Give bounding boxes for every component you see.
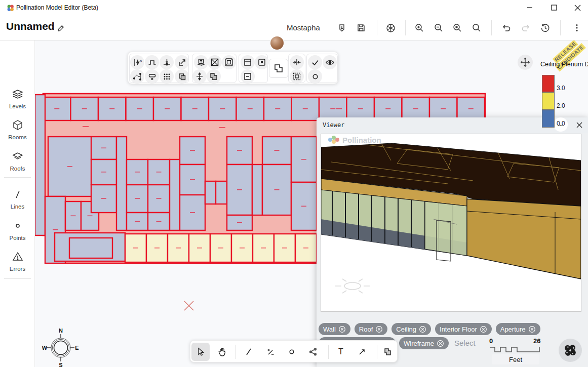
legend-move-handle[interactable] [518, 55, 533, 70]
minimize-button[interactable] [520, 1, 540, 15]
scale-bar [489, 345, 542, 354]
chip-roof[interactable]: Roof [355, 323, 387, 335]
merge-rooms-button[interactable] [207, 69, 221, 84]
chip-remove-icon[interactable] [419, 325, 426, 333]
subtract-button[interactable] [241, 69, 255, 84]
marquee-select-button[interactable] [290, 69, 304, 84]
rename-button[interactable] [52, 19, 69, 36]
room-label-mark [82, 108, 87, 109]
room-label-mark [237, 150, 242, 151]
sidebar-item-rooms[interactable]: Rooms [0, 119, 35, 140]
nested-room-outline[interactable] [69, 238, 112, 258]
sidebar-item-levels[interactable]: Levels [0, 88, 35, 109]
avatar[interactable] [270, 36, 284, 50]
search-icon [472, 23, 482, 33]
chip-remove-icon[interactable] [437, 340, 444, 347]
sidebar-item-label: Levels [0, 103, 35, 109]
divider [235, 345, 236, 359]
viewer-close-button[interactable] [573, 118, 586, 132]
line-tool-button[interactable] [240, 343, 258, 361]
room[interactable] [35, 95, 45, 235]
redo-button[interactable] [517, 19, 534, 36]
jog-line-button[interactable] [145, 55, 159, 69]
auto-align-button[interactable]: A [130, 55, 144, 69]
zoom-in-button[interactable] [411, 19, 428, 36]
snap-point-button[interactable] [160, 55, 174, 69]
polygon-outline-button[interactable] [269, 59, 288, 78]
polyline-tool-button[interactable] [304, 343, 322, 361]
chip-aperture[interactable]: Aperture [496, 323, 540, 335]
chip-wireframe[interactable]: Wireframe [399, 337, 449, 349]
duplicate-tool-button[interactable] [379, 343, 397, 361]
undo-button[interactable] [498, 19, 515, 36]
room[interactable] [170, 159, 180, 230]
point-mode-button[interactable] [308, 69, 322, 84]
room-label-mark [468, 108, 474, 109]
close-button[interactable] [567, 1, 587, 15]
history-button[interactable] [536, 19, 554, 36]
scale-unit[interactable]: Feet [492, 354, 539, 364]
search-button[interactable] [468, 19, 485, 36]
room-label-mark [71, 216, 76, 217]
inset-face-button[interactable] [222, 55, 236, 69]
chip-interior-floor[interactable]: Interior Floor [435, 323, 492, 335]
point-tool-button[interactable] [283, 343, 301, 361]
face-delete-button[interactable] [208, 55, 222, 69]
extrude-up-button[interactable] [194, 55, 208, 69]
flip-vertical-icon [195, 72, 204, 81]
pollination-logo[interactable] [559, 339, 582, 362]
subtract-icon [243, 72, 252, 81]
room[interactable] [205, 181, 216, 204]
chip-wall[interactable]: Wall [319, 323, 350, 335]
room[interactable] [252, 165, 262, 215]
select-tool-button[interactable] [191, 343, 210, 361]
arrow-tool-button[interactable] [353, 343, 371, 361]
text-tool-button[interactable]: T [332, 343, 350, 361]
pan-tool-button[interactable] [213, 343, 231, 361]
chip-label: Ceiling [396, 325, 416, 333]
roofs-icon [12, 150, 24, 162]
slab-delete-icon [148, 72, 156, 81]
copy-button[interactable] [175, 69, 189, 84]
sidebar-item-lines[interactable]: Lines [0, 188, 35, 210]
inner-square-button[interactable] [255, 55, 269, 69]
move-corner-button[interactable] [175, 55, 189, 69]
room-label-mark [156, 221, 162, 222]
room-label-mark [303, 108, 308, 109]
dots-grid-button[interactable] [160, 69, 174, 84]
publish-button[interactable] [333, 19, 350, 36]
zoom-selected-button[interactable] [449, 19, 466, 36]
flip-vertical-button[interactable] [192, 69, 207, 84]
room-label-mark [240, 248, 245, 249]
more-menu-button[interactable] [568, 19, 585, 36]
chip-remove-icon[interactable] [375, 325, 383, 333]
edit-pencil-icon [57, 24, 65, 32]
chip-remove-icon[interactable] [338, 325, 346, 333]
slab-delete-button[interactable] [145, 69, 159, 84]
room-label-mark [385, 108, 390, 109]
align-center-button[interactable] [290, 55, 304, 69]
apply-check-button[interactable] [308, 55, 322, 69]
sidebar-item-points[interactable]: Points [0, 220, 35, 241]
color-wheel-button[interactable] [382, 19, 399, 36]
maximize-button[interactable] [544, 1, 564, 15]
room-label-mark [83, 126, 89, 127]
room[interactable] [116, 137, 127, 230]
curve-nodes-button[interactable] [130, 69, 144, 84]
select-dropdown[interactable]: Select [454, 339, 476, 347]
room[interactable] [216, 181, 227, 204]
sidebar-item-errors[interactable]: Errors [0, 251, 35, 272]
chip-ceiling[interactable]: Ceiling [391, 323, 431, 335]
room-label-mark [218, 248, 223, 249]
window-band-button[interactable] [241, 55, 255, 69]
offset-line-tool-button[interactable] [261, 343, 280, 361]
save-button[interactable] [352, 19, 370, 36]
chip-remove-icon[interactable] [480, 325, 487, 333]
zoom-out-button[interactable] [430, 19, 447, 36]
visibility-button[interactable] [323, 55, 337, 69]
viewer-3d-view[interactable]: Pollination [321, 134, 581, 312]
sidebar-item-roofs[interactable]: Roofs [0, 150, 35, 172]
room-label-mark [53, 229, 58, 230]
chip-remove-icon[interactable] [528, 325, 536, 333]
pollination-flower-icon [562, 342, 579, 359]
